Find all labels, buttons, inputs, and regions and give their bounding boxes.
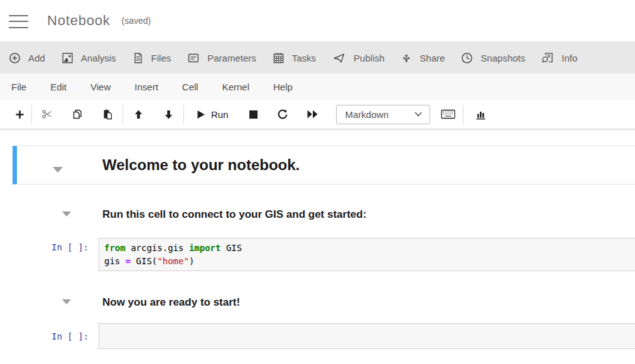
play-icon [197, 110, 205, 119]
stop-icon [249, 110, 258, 119]
app-header: Notebook (saved) [0, 0, 635, 42]
arrow-up-icon [133, 109, 144, 120]
menu-insert[interactable]: Insert [134, 82, 158, 92]
keyboard-icon [441, 109, 455, 119]
markdown-cell[interactable]: Run this cell to connect to your GIS and… [0, 208, 635, 221]
copy-icon [72, 109, 84, 120]
paste-cells-button[interactable] [92, 104, 122, 124]
save-status: (saved) [122, 16, 151, 26]
arcgis-toolbar: Add Analysis Files Parameters Tasks Publ… [0, 42, 635, 73]
paste-icon [102, 109, 114, 120]
analysis-icon [62, 52, 73, 64]
notebook-heading: Welcome to your notebook. [102, 156, 300, 174]
section-heading: Now you are ready to start! [102, 296, 635, 309]
menu-kernel[interactable]: Kernel [222, 82, 249, 92]
input-prompt: In [ ]: [52, 242, 89, 252]
markdown-cell[interactable]: Now you are ready to start! [0, 296, 635, 309]
notebook-menu-bar: File Edit View Insert Cell Kernel Help [0, 73, 635, 100]
stop-button[interactable] [239, 104, 268, 124]
code-input-empty[interactable] [99, 323, 635, 349]
toolbar-separator [463, 105, 464, 124]
bar-chart-icon [475, 109, 487, 120]
move-cell-up-button[interactable] [123, 104, 153, 124]
parameters-button[interactable]: Parameters [187, 52, 256, 64]
arrow-down-icon [163, 109, 174, 120]
analysis-button[interactable]: Analysis [62, 52, 116, 64]
menu-cell[interactable]: Cell [182, 82, 198, 92]
info-icon [541, 52, 554, 64]
add-cell-button[interactable] [8, 104, 31, 124]
collapse-toggle-icon[interactable] [53, 167, 63, 173]
cell-type-dropdown[interactable]: Markdown [336, 105, 430, 124]
publish-icon [332, 52, 346, 64]
jupyter-toolbar: Run Markdown [0, 100, 635, 129]
collapse-toggle-icon[interactable] [62, 211, 71, 217]
chevron-down-icon [415, 112, 422, 117]
menu-edit[interactable]: Edit [50, 82, 67, 92]
section-heading: Run this cell to connect to your GIS and… [102, 208, 635, 221]
add-button[interactable]: Add [9, 52, 45, 64]
scissors-icon [41, 109, 53, 120]
publish-button[interactable]: Publish [332, 52, 384, 64]
copy-cells-button[interactable] [62, 104, 92, 124]
cell-type-value: Markdown [345, 109, 389, 120]
files-button[interactable]: Files [133, 52, 171, 64]
tasks-icon [273, 52, 285, 64]
menu-view[interactable]: View [90, 82, 111, 92]
parameters-icon [187, 52, 200, 64]
info-button[interactable]: Info [541, 52, 577, 64]
menu-file[interactable]: File [11, 82, 26, 92]
move-cell-down-button[interactable] [153, 104, 183, 124]
input-prompt: In [ ]: [52, 331, 89, 341]
fast-forward-icon [307, 109, 318, 119]
snapshots-icon [461, 52, 473, 64]
app-title: Notebook [47, 13, 111, 29]
share-button[interactable]: Share [401, 52, 445, 64]
code-input[interactable]: from arcgis.gis import GISgis = GIS("hom… [99, 238, 635, 271]
hamburger-menu-icon[interactable] [9, 15, 28, 28]
restart-run-all-button[interactable] [298, 104, 327, 124]
restart-kernel-button[interactable] [268, 104, 298, 124]
markdown-cell-selected[interactable]: Welcome to your notebook. [13, 146, 635, 185]
charts-button[interactable] [466, 104, 496, 124]
menu-help[interactable]: Help [273, 82, 293, 92]
tasks-button[interactable]: Tasks [273, 52, 316, 64]
run-label: Run [211, 109, 229, 120]
collapse-toggle-icon[interactable] [62, 299, 71, 304]
snapshots-button[interactable]: Snapshots [461, 52, 525, 64]
plus-icon [14, 109, 25, 120]
share-icon [401, 52, 412, 64]
command-palette-button[interactable] [434, 104, 463, 124]
add-circle-icon [9, 52, 21, 64]
files-icon [133, 52, 144, 64]
restart-icon [277, 109, 288, 120]
run-button[interactable]: Run [184, 104, 239, 124]
cut-cells-button[interactable] [32, 104, 62, 124]
notebook-content: Welcome to your notebook. Run this cell … [0, 129, 635, 363]
